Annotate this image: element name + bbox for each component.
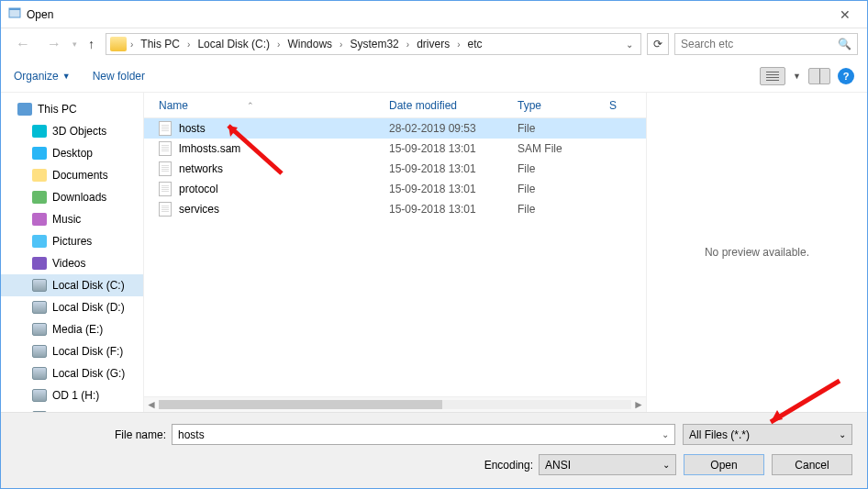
column-header-type[interactable]: Type xyxy=(517,99,609,112)
folder-icon xyxy=(110,37,127,51)
filename-input[interactable]: hosts ⌄ xyxy=(172,424,675,445)
sidebar-item[interactable]: Local Disk (D:) xyxy=(1,296,143,318)
sidebar: This PC 3D ObjectsDesktopDocumentsDownlo… xyxy=(1,93,144,412)
file-date: 15-09-2018 13:01 xyxy=(389,142,517,155)
scroll-track[interactable] xyxy=(159,400,631,409)
sidebar-item[interactable]: 3D Objects xyxy=(1,120,143,142)
file-date: 28-02-2019 09:53 xyxy=(389,122,517,135)
sidebar-label: Downloads xyxy=(52,191,106,204)
breadcrumb[interactable]: drivers xyxy=(413,36,453,52)
chevron-right-icon: › xyxy=(338,39,344,50)
search-icon: 🔍 xyxy=(838,38,851,50)
open-label: Open xyxy=(710,459,737,472)
scroll-right-icon[interactable]: ► xyxy=(633,398,644,411)
cancel-label: Cancel xyxy=(795,459,829,472)
horizontal-scrollbar[interactable]: ◄ ► xyxy=(144,396,646,412)
sidebar-item[interactable]: Music xyxy=(1,208,143,230)
file-row[interactable]: services15-09-2018 13:01File xyxy=(144,199,646,219)
close-button[interactable]: ✕ xyxy=(830,4,860,26)
sidebar-item[interactable]: Local Disk (C:) xyxy=(1,274,143,296)
breadcrumb[interactable]: System32 xyxy=(346,36,402,52)
column-header-date[interactable]: Date modified xyxy=(389,99,517,112)
file-list[interactable]: hosts28-02-2019 09:53Filelmhosts.sam15-0… xyxy=(144,118,646,396)
breadcrumb[interactable]: Windows xyxy=(284,36,336,52)
sidebar-item[interactable]: Local Disk (F:) xyxy=(1,340,143,362)
file-icon xyxy=(159,141,172,156)
sidebar-item[interactable]: Videos xyxy=(1,252,143,274)
file-row[interactable]: protocol15-09-2018 13:01File xyxy=(144,179,646,199)
sidebar-item[interactable]: Documents xyxy=(1,164,143,186)
sidebar-item[interactable]: Desktop xyxy=(1,142,143,164)
drive-icon xyxy=(32,235,47,248)
sidebar-item-this-pc[interactable]: This PC xyxy=(1,98,143,120)
preview-toggle[interactable] xyxy=(808,68,830,84)
file-type: File xyxy=(517,162,628,175)
sidebar-item[interactable]: Media (E:) xyxy=(1,318,143,340)
address-history-dropdown[interactable]: ⌄ xyxy=(622,39,637,50)
file-area: Name ⌃ Date modified Type S hosts28-02-2… xyxy=(144,93,646,412)
bottom-panel: File name: hosts ⌄ All Files (*.*) ⌄ Enc… xyxy=(1,412,867,488)
file-type: File xyxy=(517,203,628,216)
organize-button[interactable]: Organize ▼ xyxy=(14,70,71,83)
pc-icon xyxy=(17,103,32,116)
sidebar-item[interactable]: Downloads xyxy=(1,186,143,208)
sidebar-item[interactable]: OD 1 (H:) xyxy=(1,384,143,406)
svg-rect-1 xyxy=(9,8,20,10)
search-box[interactable]: 🔍 xyxy=(674,33,858,55)
file-type: File xyxy=(517,183,628,195)
file-icon xyxy=(159,202,172,217)
sidebar-item[interactable]: Pictures xyxy=(1,230,143,252)
sidebar-label: Videos xyxy=(52,257,85,270)
file-row[interactable]: networks15-09-2018 13:01File xyxy=(144,159,646,179)
cancel-button[interactable]: Cancel xyxy=(772,454,852,475)
breadcrumb[interactable]: This PC xyxy=(137,36,184,52)
forward-button[interactable]: → xyxy=(41,34,67,54)
file-date: 15-09-2018 13:01 xyxy=(389,203,517,216)
scroll-thumb[interactable] xyxy=(159,400,442,409)
drive-icon xyxy=(32,213,47,226)
up-button[interactable]: ↑ xyxy=(83,35,100,53)
address-bar[interactable]: › This PC › Local Disk (C:) › Windows › … xyxy=(106,33,641,55)
filter-label: All Files (*.*) xyxy=(689,428,750,441)
chevron-right-icon: › xyxy=(455,39,462,50)
back-button[interactable]: ← xyxy=(10,34,36,54)
sidebar-label: 3D Objects xyxy=(52,125,106,138)
sidebar-item[interactable]: Local Disk (G:) xyxy=(1,362,143,384)
scroll-left-icon[interactable]: ◄ xyxy=(146,398,157,411)
no-preview-text: No preview available. xyxy=(705,246,809,259)
column-header-name[interactable]: Name ⌃ xyxy=(159,99,389,112)
breadcrumb[interactable]: Local Disk (C:) xyxy=(194,36,273,52)
file-name: services xyxy=(179,203,389,216)
sidebar-label: Local Disk (F:) xyxy=(52,345,123,358)
view-button[interactable] xyxy=(760,67,785,85)
encoding-select[interactable]: ANSI ⌄ xyxy=(539,454,676,475)
file-row[interactable]: lmhosts.sam15-09-2018 13:01SAM File xyxy=(144,139,646,159)
chevron-right-icon: › xyxy=(185,39,192,50)
refresh-button[interactable]: ⟳ xyxy=(647,33,669,55)
search-input[interactable] xyxy=(681,38,838,50)
drive-icon xyxy=(32,257,47,270)
sidebar-label: Local Disk (G:) xyxy=(52,367,125,380)
file-date: 15-09-2018 13:01 xyxy=(389,183,517,195)
toolbar: Organize ▼ New folder ▼ ? xyxy=(1,60,867,93)
drive-icon xyxy=(32,279,47,292)
chevron-right-icon: › xyxy=(128,39,135,50)
file-row[interactable]: hosts28-02-2019 09:53File xyxy=(144,118,646,139)
sidebar-label: Music xyxy=(52,213,81,226)
drive-icon xyxy=(32,323,47,336)
file-type-filter[interactable]: All Files (*.*) ⌄ xyxy=(683,424,852,445)
chevron-down-icon[interactable]: ⌄ xyxy=(662,429,669,439)
help-button[interactable]: ? xyxy=(838,68,854,84)
sidebar-label: Documents xyxy=(52,169,108,182)
history-dropdown[interactable]: ▾ xyxy=(72,39,77,49)
nav-bar: ← → ▾ ↑ › This PC › Local Disk (C:) › Wi… xyxy=(1,28,867,60)
breadcrumb[interactable]: etc xyxy=(464,36,486,52)
open-button[interactable]: Open xyxy=(684,454,764,475)
body: This PC 3D ObjectsDesktopDocumentsDownlo… xyxy=(1,93,867,412)
column-header-size[interactable]: S xyxy=(609,99,646,112)
column-headers: Name ⌃ Date modified Type S xyxy=(144,93,646,118)
view-dropdown[interactable]: ▼ xyxy=(793,72,801,81)
drive-icon xyxy=(32,301,47,314)
sidebar-label: Local Disk (D:) xyxy=(52,301,125,314)
new-folder-button[interactable]: New folder xyxy=(93,70,145,83)
